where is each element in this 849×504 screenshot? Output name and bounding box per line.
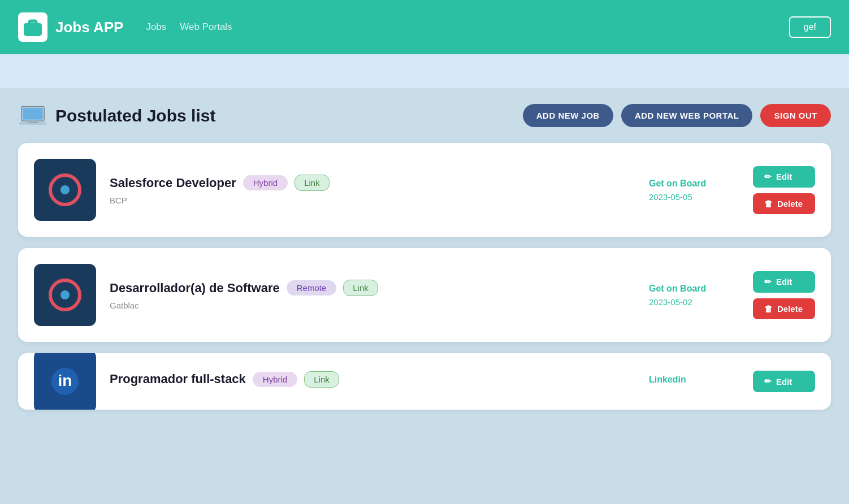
- job-title: Programador full-stack: [110, 372, 246, 386]
- job-title: Desarrollador(a) de Software: [110, 281, 280, 296]
- hero-strip: [0, 54, 849, 88]
- job-link-badge[interactable]: Link: [294, 175, 330, 191]
- edit-button[interactable]: ✏ Edit: [753, 271, 815, 293]
- job-logo-icon: in: [45, 361, 85, 402]
- job-portal[interactable]: Get on Board: [649, 284, 739, 294]
- trash-icon: 🗑: [764, 199, 773, 208]
- job-type-badge: Hybrid: [253, 372, 297, 387]
- brand-title: Jobs APP: [55, 19, 123, 36]
- job-portal[interactable]: Linkedin: [649, 375, 739, 385]
- job-info: Desarrollador(a) de Software Remote Link…: [110, 280, 635, 310]
- add-new-portal-button[interactable]: ADD NEW WEB PORTAL: [621, 104, 753, 127]
- job-portal[interactable]: Get on Board: [649, 179, 739, 189]
- job-company: BCP: [110, 195, 635, 205]
- job-actions: ✏ Edit 🗑 Delete: [753, 166, 815, 214]
- job-company: Gatblac: [110, 301, 635, 310]
- sign-out-button[interactable]: SIGN OUT: [760, 104, 831, 127]
- nav-jobs[interactable]: Jobs: [146, 21, 166, 33]
- pencil-icon: ✏: [764, 376, 772, 386]
- brand-icon: [18, 12, 47, 42]
- edit-label: Edit: [776, 172, 792, 181]
- page-title: Postulated Jobs list: [55, 106, 523, 125]
- job-meta: Get on Board 2023-05-05: [649, 179, 739, 202]
- main-content: Postulated Jobs list ADD NEW JOB ADD NEW…: [0, 88, 849, 504]
- job-link-badge[interactable]: Link: [343, 280, 378, 296]
- job-info: Programador full-stack Hybrid Link: [110, 371, 635, 392]
- header-actions: ADD NEW JOB ADD NEW WEB PORTAL SIGN OUT: [523, 104, 831, 127]
- job-meta: Linkedin: [649, 375, 739, 388]
- page-header: Postulated Jobs list ADD NEW JOB ADD NEW…: [18, 104, 831, 127]
- table-row: in Programador full-stack Hybrid Link Li…: [18, 353, 831, 410]
- job-date: 2023-05-05: [649, 192, 739, 202]
- brand: Jobs APP: [18, 12, 123, 42]
- job-title-row: Salesforce Developer Hybrid Link: [110, 175, 635, 191]
- delete-button[interactable]: 🗑 Delete: [753, 298, 815, 319]
- job-date: 2023-05-02: [649, 297, 739, 307]
- navbar: Jobs APP Jobs Web Portals gef: [0, 0, 849, 54]
- svg-rect-10: [28, 122, 38, 123]
- job-title-row: Programador full-stack Hybrid Link: [110, 371, 635, 388]
- svg-rect-8: [23, 108, 42, 119]
- svg-point-12: [60, 185, 70, 194]
- trash-icon: 🗑: [764, 304, 773, 314]
- briefcase-icon: [23, 17, 43, 37]
- delete-button[interactable]: 🗑 Delete: [753, 193, 815, 214]
- job-logo-icon: [45, 275, 85, 315]
- job-logo-icon: [45, 170, 85, 210]
- table-row: Desarrollador(a) de Software Remote Link…: [18, 248, 831, 342]
- laptop-icon: [19, 105, 46, 127]
- pencil-icon: ✏: [764, 277, 772, 287]
- edit-label: Edit: [776, 277, 792, 286]
- job-info: Salesforce Developer Hybrid Link BCP: [110, 175, 635, 205]
- job-logo: in: [34, 353, 96, 410]
- user-button[interactable]: gef: [789, 16, 831, 38]
- job-logo: [34, 159, 96, 221]
- job-title: Salesforce Developer: [110, 176, 236, 190]
- nav-links: Jobs Web Portals: [146, 21, 232, 33]
- delete-label: Delete: [777, 199, 803, 208]
- svg-text:in: in: [58, 372, 72, 389]
- svg-point-14: [60, 290, 70, 299]
- job-title-row: Desarrollador(a) de Software Remote Link: [110, 280, 635, 296]
- edit-button[interactable]: ✏ Edit: [753, 166, 815, 188]
- page-header-icon: [18, 105, 47, 127]
- nav-web-portals[interactable]: Web Portals: [180, 21, 232, 33]
- table-row: Salesforce Developer Hybrid Link BCP Get…: [18, 143, 831, 237]
- edit-button[interactable]: ✏ Edit: [753, 371, 815, 392]
- delete-label: Delete: [777, 304, 803, 314]
- add-new-job-button[interactable]: ADD NEW JOB: [523, 104, 613, 127]
- job-type-badge: Remote: [287, 280, 337, 296]
- job-actions: ✏ Edit 🗑 Delete: [753, 271, 815, 319]
- job-type-badge: Hybrid: [243, 175, 288, 190]
- job-logo: [34, 264, 96, 326]
- job-list: Salesforce Developer Hybrid Link BCP Get…: [18, 143, 831, 410]
- job-actions: ✏ Edit: [753, 371, 815, 392]
- job-meta: Get on Board 2023-05-02: [649, 284, 739, 307]
- edit-label: Edit: [776, 377, 792, 386]
- pencil-icon: ✏: [764, 172, 772, 182]
- job-link-badge[interactable]: Link: [304, 371, 339, 388]
